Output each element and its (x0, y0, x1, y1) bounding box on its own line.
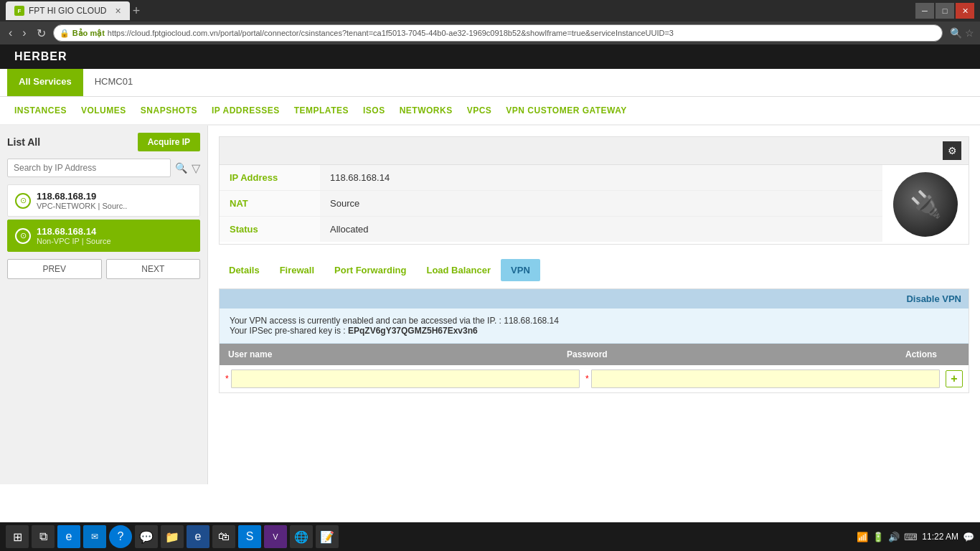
ip-item-icon-selected: ⊙ (15, 228, 31, 244)
pagination-row: PREV NEXT (7, 259, 200, 279)
right-panel: ⚙ IP Address 118.68.168.14 NAT Source St… (208, 126, 980, 484)
ip-item-info: 118.68.168.19 VPC-NETWORK | Sourc.. (37, 191, 192, 210)
prev-button[interactable]: PREV (7, 259, 102, 279)
vpn-pre-shared-key: EPqZV6gY37QGMZ5H67Exv3n6 (348, 326, 478, 336)
tab-details[interactable]: Details (219, 259, 270, 281)
tab-port-forwarding[interactable]: Port Forwarding (324, 259, 416, 281)
vpn-info-line1: Your VPN access is currently enabled and… (230, 316, 958, 326)
tab-title: FPT HI GIO CLOUD (29, 6, 106, 16)
close-btn[interactable]: ✕ (956, 3, 974, 19)
detail-table: IP Address 118.68.168.14 NAT Source Stat… (220, 165, 882, 244)
tab-all-services[interactable]: All Services (7, 69, 83, 96)
lock-icon: 🔒 (60, 29, 70, 38)
network-icon: 🔌 (893, 172, 958, 237)
address-bar-row: ‹ › ↻ 🔒 Bảo mật https://cloud.fptgioclou… (0, 22, 980, 44)
bookmark-icon: ☆ (965, 27, 974, 39)
nat-label: NAT (220, 191, 320, 216)
tab-hcmc01[interactable]: HCMC01 (83, 69, 144, 96)
password-required-mark: * (585, 374, 589, 384)
browser-tab[interactable]: F FPT HI GIO CLOUD × (6, 1, 130, 20)
ip-address-value: 118.68.168.14 (320, 165, 882, 190)
nav-ip-addresses[interactable]: IP ADDRESSES (212, 103, 280, 118)
refresh-btn[interactable]: ↻ (34, 25, 49, 42)
nav-volumes[interactable]: VOLUMES (81, 103, 126, 118)
detail-row-status: Status Allocated (220, 217, 882, 242)
address-bar[interactable]: 🔒 Bảo mật https://cloud.fptgiocloud.com.… (53, 24, 943, 42)
vpn-table-header: User name Password Actions (220, 344, 969, 365)
back-btn[interactable]: ‹ (6, 25, 15, 41)
minimize-btn[interactable]: ─ (915, 3, 934, 19)
search-row: 🔍 ▽ (7, 159, 200, 177)
new-tab-btn[interactable]: + (133, 4, 141, 19)
disable-vpn-button[interactable]: Disable VPN (906, 293, 961, 304)
detail-row-nat: NAT Source (220, 191, 882, 217)
tab-close-btn[interactable]: × (115, 5, 121, 17)
detail-tabs: Details Firewall Port Forwarding Load Ba… (219, 259, 969, 281)
maximize-btn[interactable]: □ (936, 3, 954, 19)
forward-btn[interactable]: › (19, 25, 29, 41)
vpn-info: Your VPN access is currently enabled and… (220, 309, 969, 344)
search-submit-btn[interactable]: 🔍 (175, 162, 187, 174)
search-icon: 🔍 (950, 27, 962, 39)
nat-value: Source (320, 191, 882, 216)
vpn-info-line2: Your IPSec pre-shared key is : EPqZV6gY3… (230, 326, 958, 336)
tab-firewall[interactable]: Firewall (270, 259, 324, 281)
nav-instances[interactable]: INSTANCES (14, 103, 67, 118)
status-value: Allocated (320, 217, 882, 242)
acquire-ip-button[interactable]: Acquire IP (138, 133, 200, 151)
nav-vpcs[interactable]: VPCS (467, 103, 492, 118)
ip-list-item[interactable]: ⊙ 118.68.168.19 VPC-NETWORK | Sourc.. (7, 184, 200, 217)
window-controls: ─ □ ✕ (915, 3, 974, 19)
list-header: List All Acquire IP (7, 133, 200, 151)
nav-snapshots[interactable]: SNAPSHOTS (141, 103, 197, 118)
ip-item-sub: VPC-NETWORK | Sourc.. (37, 202, 192, 210)
vpn-info-prefix: Your IPSec pre-shared key is : (230, 326, 348, 336)
detail-header: ⚙ (219, 136, 969, 165)
next-button[interactable]: NEXT (106, 259, 201, 279)
app-logo: HERBER (14, 50, 67, 62)
nav-networks[interactable]: NETWORKS (400, 103, 453, 118)
username-required-mark: * (225, 374, 229, 384)
vpn-username-input[interactable] (231, 369, 580, 388)
vpn-password-input[interactable] (591, 369, 940, 388)
gear-button[interactable]: ⚙ (943, 141, 961, 160)
app-container: HERBER All Services HCMC01 INSTANCES VOL… (0, 44, 980, 522)
vpn-section: Disable VPN Your VPN access is currently… (219, 288, 969, 393)
ip-item-icon: ⊙ (15, 193, 31, 209)
status-label: Status (220, 217, 320, 242)
ip-item-sub-selected: Non-VPC IP | Source (37, 237, 192, 245)
ip-address-label: IP Address (220, 165, 320, 190)
list-title: List All (7, 136, 40, 148)
address-bar-icons: 🔍 ☆ (950, 27, 974, 39)
service-tabs: All Services HCMC01 (0, 69, 980, 97)
nav-menu: INSTANCES VOLUMES SNAPSHOTS IP ADDRESSES… (0, 97, 980, 126)
content-area: List All Acquire IP 🔍 ▽ ⊙ 118.68.168.19 … (0, 126, 980, 484)
ip-image: 🔌 (882, 165, 969, 244)
vpn-col-username-header: User name (220, 344, 558, 365)
left-panel: List All Acquire IP 🔍 ▽ ⊙ 118.68.168.19 … (0, 126, 208, 484)
search-input[interactable] (7, 159, 171, 177)
ip-item-info-selected: 118.68.168.14 Non-VPC IP | Source (37, 226, 192, 245)
vpn-col-actions-header: Actions (897, 344, 969, 365)
ethernet-icon: 🔌 (910, 189, 942, 220)
ip-item-address-selected: 118.68.168.14 (37, 226, 192, 237)
browser-chrome: F FPT HI GIO CLOUD × + ─ □ ✕ ‹ › ↻ 🔒 Bảo… (0, 0, 980, 44)
vpn-form-row: * * + (220, 365, 969, 392)
nav-vpn-gateway[interactable]: VPN CUSTOMER GATEWAY (506, 103, 626, 118)
tab-bar: F FPT HI GIO CLOUD × + ─ □ ✕ (0, 0, 980, 22)
detail-body: IP Address 118.68.168.14 NAT Source Stat… (219, 165, 969, 245)
detail-row-ip: IP Address 118.68.168.14 (220, 165, 882, 191)
nav-templates[interactable]: TEMPLATES (294, 103, 349, 118)
ip-list-item-selected[interactable]: ⊙ 118.68.168.14 Non-VPC IP | Source (7, 220, 200, 252)
ip-item-address: 118.68.168.19 (37, 191, 192, 202)
filter-btn[interactable]: ▽ (192, 161, 200, 175)
tab-load-balancer[interactable]: Load Balancer (416, 259, 501, 281)
nav-isos[interactable]: ISOS (363, 103, 385, 118)
tab-favicon: F (14, 6, 24, 16)
tab-vpn[interactable]: VPN (501, 259, 540, 281)
secure-label: Bảo mật (72, 29, 105, 38)
vpn-add-user-button[interactable]: + (946, 370, 963, 387)
url-text: https://cloud.fptgiocloud.com.vn/portal/… (108, 29, 674, 37)
vpn-toolbar: Disable VPN (220, 289, 969, 309)
app-header: HERBER (0, 44, 980, 69)
